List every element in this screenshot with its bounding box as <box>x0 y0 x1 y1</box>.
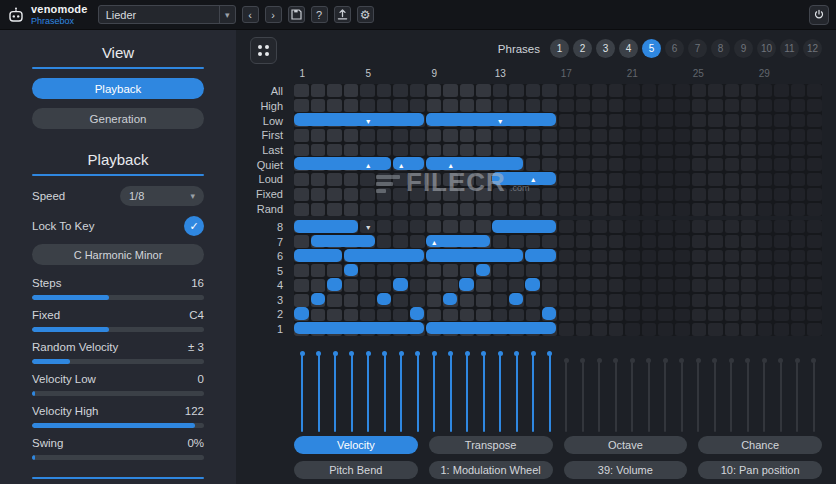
grid-cell[interactable] <box>791 309 806 322</box>
grid-cell[interactable] <box>410 129 425 142</box>
grid-cell[interactable] <box>460 294 475 307</box>
grid-cell[interactable] <box>576 99 591 112</box>
grid-cell[interactable] <box>774 250 789 263</box>
grid-cell[interactable] <box>609 114 624 127</box>
grid-cell[interactable] <box>758 188 773 201</box>
grid-cell[interactable] <box>741 173 756 186</box>
grid-cell[interactable] <box>526 144 541 157</box>
grid-cell[interactable] <box>774 129 789 142</box>
grid-cell[interactable] <box>377 203 392 216</box>
grid-cell[interactable] <box>427 144 442 157</box>
grid-cell[interactable] <box>625 279 640 292</box>
grid-cell[interactable] <box>774 144 789 157</box>
grid-cell[interactable] <box>609 264 624 277</box>
phrase-slot-3[interactable]: 3 <box>596 39 615 58</box>
velocity-column[interactable] <box>773 350 790 432</box>
grid-cell[interactable] <box>526 99 541 112</box>
lane-tab-39-volume[interactable]: 39: Volume <box>564 461 688 479</box>
grid-cell[interactable] <box>559 144 574 157</box>
velocity-column[interactable] <box>723 350 740 432</box>
grid-cell[interactable] <box>675 220 690 233</box>
velocity-column[interactable] <box>525 350 542 432</box>
phrase-slot-8[interactable]: 8 <box>711 39 730 58</box>
grid-cell[interactable] <box>294 173 309 186</box>
grid-cell[interactable] <box>725 129 740 142</box>
grid-cell[interactable] <box>692 99 707 112</box>
grid-cell[interactable] <box>642 129 657 142</box>
grid-cell[interactable] <box>576 294 591 307</box>
grid-cell[interactable] <box>592 294 607 307</box>
phrase-slot-12[interactable]: 12 <box>803 39 822 58</box>
grid-cell[interactable] <box>393 144 408 157</box>
grid-cell[interactable] <box>542 99 557 112</box>
grid-cell[interactable] <box>675 294 690 307</box>
grid-cell[interactable] <box>576 158 591 171</box>
grid-cell[interactable] <box>526 188 541 201</box>
grid-cell[interactable] <box>807 235 822 248</box>
grid-cell[interactable] <box>625 144 640 157</box>
note-quiet-1[interactable] <box>294 157 391 170</box>
scale-button[interactable]: C Harmonic Minor <box>32 244 204 265</box>
note-7-2[interactable] <box>311 235 375 248</box>
grid-cell[interactable] <box>725 188 740 201</box>
grid-cell[interactable] <box>791 114 806 127</box>
grid-cell[interactable] <box>344 203 359 216</box>
grid-cell[interactable] <box>642 158 657 171</box>
grid-cell[interactable] <box>708 203 723 216</box>
grid-cell[interactable] <box>675 84 690 97</box>
grid-cell[interactable] <box>410 188 425 201</box>
velocity-column[interactable] <box>393 350 410 432</box>
grid-cell[interactable] <box>807 220 822 233</box>
grid-cell[interactable] <box>758 173 773 186</box>
grid-cell[interactable] <box>708 84 723 97</box>
grid-cell[interactable] <box>559 99 574 112</box>
grid-cell[interactable] <box>741 323 756 336</box>
grid-cell[interactable] <box>758 84 773 97</box>
grid-cell[interactable] <box>559 158 574 171</box>
grid-cell[interactable] <box>393 173 408 186</box>
grid-cell[interactable] <box>476 279 491 292</box>
grid-cell[interactable] <box>576 264 591 277</box>
grid-cell[interactable] <box>741 114 756 127</box>
grid-cell[interactable] <box>410 99 425 112</box>
grid-cell[interactable] <box>576 279 591 292</box>
grid-cell[interactable] <box>708 235 723 248</box>
grid-cell[interactable] <box>708 264 723 277</box>
grid-cell[interactable] <box>493 188 508 201</box>
grid-cell[interactable] <box>576 114 591 127</box>
velocity-column[interactable] <box>624 350 641 432</box>
grid-cell[interactable] <box>559 294 574 307</box>
grid-cell[interactable] <box>592 279 607 292</box>
grid-cell[interactable] <box>807 323 822 336</box>
phrase-slot-6[interactable]: 6 <box>665 39 684 58</box>
grid-cell[interactable] <box>692 203 707 216</box>
grid-cell[interactable] <box>393 99 408 112</box>
grid-cell[interactable] <box>791 220 806 233</box>
grid-cell[interactable] <box>692 84 707 97</box>
grid-cell[interactable] <box>658 323 673 336</box>
grid-cell[interactable] <box>692 250 707 263</box>
grid-cell[interactable] <box>725 235 740 248</box>
speed-select[interactable]: 1/8 ▾ <box>120 186 204 206</box>
grid-cell[interactable] <box>625 323 640 336</box>
grid-cell[interactable] <box>493 309 508 322</box>
grid-cell[interactable] <box>427 220 442 233</box>
grid-cell[interactable] <box>344 99 359 112</box>
grid-cell[interactable] <box>609 279 624 292</box>
grid-cell[interactable] <box>708 114 723 127</box>
grid-cell[interactable] <box>294 84 309 97</box>
note-low-1[interactable] <box>294 113 424 126</box>
phrase-slot-11[interactable]: 11 <box>780 39 799 58</box>
grid-cell[interactable] <box>625 309 640 322</box>
lane-tab-10-pan-position[interactable]: 10: Pan position <box>698 461 822 479</box>
grid-cell[interactable] <box>460 99 475 112</box>
grid-cell[interactable] <box>609 158 624 171</box>
phrase-slot-4[interactable]: 4 <box>619 39 638 58</box>
phrase-slot-1[interactable]: 1 <box>550 39 569 58</box>
grid-cell[interactable] <box>807 173 822 186</box>
grid-cell[interactable] <box>410 203 425 216</box>
grid-cell[interactable] <box>675 144 690 157</box>
grid-cell[interactable] <box>509 188 524 201</box>
grid-cell[interactable] <box>741 220 756 233</box>
note-low-9[interactable] <box>426 113 556 126</box>
